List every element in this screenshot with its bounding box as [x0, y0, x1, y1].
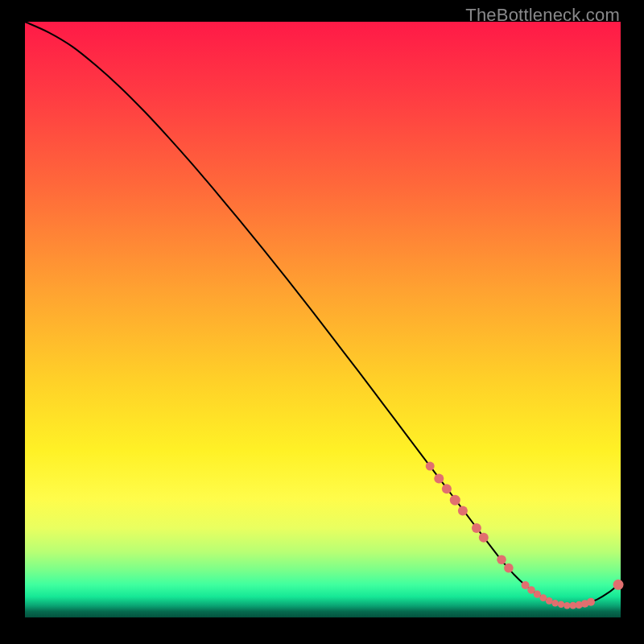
highlight-point	[558, 601, 564, 608]
highlight-point	[546, 597, 553, 605]
highlight-point	[551, 600, 558, 606]
highlight-point	[564, 602, 570, 609]
highlight-point	[472, 523, 481, 533]
highlight-point	[442, 484, 452, 493]
chart-overlay-svg	[25, 22, 621, 617]
highlight-point	[613, 580, 624, 590]
highlight-points-group	[426, 462, 624, 609]
highlight-point	[497, 555, 506, 564]
highlight-point	[434, 474, 444, 484]
bottleneck-curve	[25, 22, 621, 605]
highlight-point	[587, 598, 595, 606]
highlight-point	[479, 533, 489, 543]
chart-stage: { "watermark": "TheBottleneck.com", "plo…	[0, 0, 644, 644]
watermark-text: TheBottleneck.com	[465, 5, 620, 26]
highlight-point	[426, 462, 435, 471]
highlight-point	[450, 495, 460, 506]
highlight-point	[504, 564, 514, 573]
highlight-point	[458, 506, 468, 516]
